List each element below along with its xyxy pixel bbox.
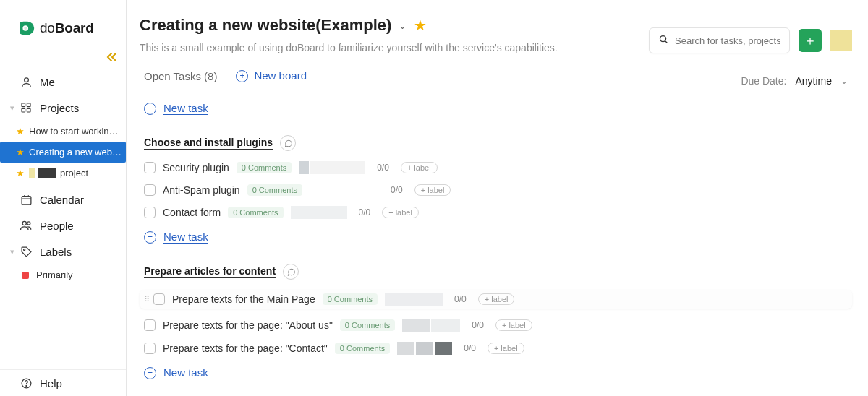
add-label-button[interactable]: + label: [414, 184, 451, 196]
sidebar: doBoard ▸ Me ▾ Projects ★ How to start w…: [0, 0, 127, 396]
task-row[interactable]: Security plugin 0 Comments 0/0 + label: [144, 161, 852, 174]
sidebar-item-creating-new-web[interactable]: ★ Creating a new web…: [0, 142, 126, 163]
svg-point-13: [660, 36, 666, 42]
svg-point-1: [24, 27, 27, 30]
plus-circle-icon: +: [144, 103, 156, 115]
new-task-label: New task: [163, 366, 208, 379]
task-row[interactable]: Contact form 0 Comments 0/0 + label: [144, 206, 852, 219]
add-label-button[interactable]: + label: [495, 319, 532, 331]
tab-open-tasks[interactable]: Open Tasks (8): [144, 70, 217, 82]
comments-badge[interactable]: 0 Comments: [335, 343, 390, 354]
progress-bars: [397, 342, 452, 355]
task-group-plugins: Choose and install plugins Security plug…: [144, 135, 852, 244]
due-label: Due Date:: [741, 75, 786, 87]
primarily-label: Primarily: [36, 270, 73, 280]
svg-rect-7: [22, 196, 31, 204]
project-label: project: [60, 168, 88, 178]
nav: ▸ Me ▾ Projects ★ How to start workin… ★…: [0, 51, 126, 285]
comments-badge[interactable]: 0 Comments: [228, 207, 283, 218]
task-group-articles: Prepare articles for content ⠿ Prepare t…: [144, 264, 852, 379]
logo[interactable]: doBoard: [0, 0, 126, 51]
svg-point-10: [23, 249, 25, 250]
checkbox[interactable]: [144, 319, 156, 331]
logo-icon: [20, 20, 35, 36]
svg-rect-5: [22, 108, 25, 112]
chevron-down-icon: ▾: [10, 247, 14, 257]
content: Open Tasks (8) + New board + New task Ch…: [127, 53, 868, 379]
sidebar-item-projects[interactable]: ▾ Projects: [0, 95, 126, 121]
progress-bars: [385, 293, 443, 306]
task-row[interactable]: Anti-Spam plugin 0 Comments 0/0 + label: [144, 184, 852, 196]
add-label-button[interactable]: + label: [478, 293, 515, 305]
label-dot-icon: [22, 272, 29, 279]
sidebar-item-project[interactable]: ★ project: [0, 163, 126, 184]
checkbox[interactable]: [144, 343, 156, 354]
search-input[interactable]: [675, 35, 780, 46]
plus-icon: ＋: [804, 32, 817, 49]
svg-rect-4: [27, 103, 30, 107]
checkbox[interactable]: [153, 293, 165, 305]
comments-badge[interactable]: 0 Comments: [247, 184, 302, 196]
star-icon[interactable]: ★: [414, 17, 427, 34]
ratio: 0/0: [391, 185, 403, 195]
svg-point-8: [22, 221, 26, 225]
group-title[interactable]: Prepare articles for content: [144, 265, 276, 278]
search-input-wrap[interactable]: [649, 27, 790, 53]
checkbox[interactable]: [144, 184, 156, 196]
comments-badge[interactable]: 0 Comments: [340, 319, 395, 331]
people-icon: [20, 219, 33, 232]
sidebar-item-calendar[interactable]: ▸ Calendar: [0, 186, 126, 212]
due-date-filter[interactable]: Due Date: Anytime ⌄: [741, 75, 848, 87]
logo-text: doBoard: [40, 20, 94, 36]
progress-bars: [299, 161, 365, 174]
checkbox[interactable]: [144, 207, 156, 218]
sidebar-item-how-to-start[interactable]: ★ How to start workin…: [0, 121, 126, 142]
checkbox[interactable]: [144, 162, 156, 173]
task-row[interactable]: Prepare texts for the page: "Contact" 0 …: [144, 342, 852, 355]
chat-icon[interactable]: [280, 135, 296, 151]
new-task-button[interactable]: + New task: [144, 366, 852, 379]
avatar[interactable]: [830, 30, 852, 51]
help-label: Help: [40, 377, 62, 389]
comments-badge[interactable]: 0 Comments: [323, 293, 378, 305]
drag-handle-icon[interactable]: ⠿: [144, 295, 149, 304]
group-title[interactable]: Choose and install plugins: [144, 137, 273, 150]
task-name: Prepare texts for the page: "About us": [163, 319, 333, 331]
new-task-button[interactable]: + New task: [144, 231, 852, 244]
new-task-button[interactable]: + New task: [144, 102, 852, 115]
progress-bars: [291, 206, 347, 219]
task-row[interactable]: ⠿ Prepare texts for the Main Page 0 Comm…: [140, 290, 852, 309]
ratio: 0/0: [454, 294, 467, 304]
chat-icon[interactable]: [283, 264, 299, 280]
sidebar-item-primarily[interactable]: Primarily: [0, 264, 126, 285]
task-name: Prepare texts for the page: "Contact": [163, 343, 328, 354]
main: ＋ Creating a new website(Example) ⌄ ★ Th…: [127, 0, 868, 396]
calendar-label: Calendar: [40, 194, 84, 206]
page-title: Creating a new website(Example): [140, 16, 391, 35]
sidebar-item-help[interactable]: ▸ Help: [0, 370, 126, 396]
color-swatch-dark: [38, 168, 56, 178]
svg-point-2: [24, 77, 28, 82]
collapse-sidebar-icon[interactable]: [106, 52, 117, 64]
add-label-button[interactable]: + label: [382, 207, 419, 218]
star-icon: ★: [16, 147, 25, 158]
sidebar-item-me[interactable]: ▸ Me: [0, 69, 126, 95]
add-button[interactable]: ＋: [799, 29, 822, 52]
labels-label: Labels: [40, 246, 72, 258]
sidebar-item-people[interactable]: ▸ People: [0, 212, 126, 238]
svg-point-12: [25, 385, 26, 386]
add-label-button[interactable]: + label: [401, 162, 438, 173]
new-board-label: New board: [254, 69, 307, 82]
comments-badge[interactable]: 0 Comments: [237, 162, 292, 173]
add-label-button[interactable]: + label: [488, 343, 524, 354]
calendar-icon: [20, 193, 33, 206]
search-icon: [658, 34, 669, 47]
task-row[interactable]: Prepare texts for the page: "About us" 0…: [144, 319, 852, 332]
new-task-label: New task: [163, 231, 208, 244]
sidebar-item-labels[interactable]: ▾ Labels: [0, 238, 126, 264]
chevron-down-icon[interactable]: ⌄: [399, 20, 407, 31]
progress-bars: [402, 319, 460, 332]
help-icon: [20, 376, 33, 389]
new-board-button[interactable]: + New board: [236, 69, 307, 82]
task-name: Contact form: [163, 207, 221, 218]
